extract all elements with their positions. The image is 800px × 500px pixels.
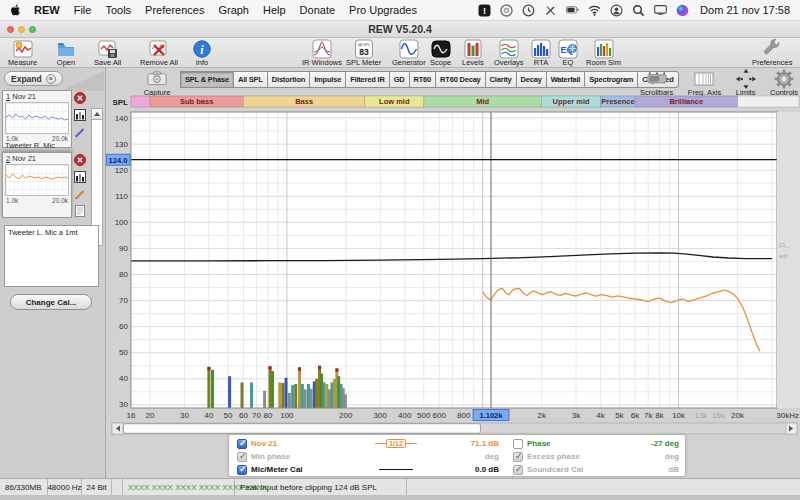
scrollbars-icon xyxy=(647,69,667,88)
svg-text:90: 90 xyxy=(119,244,128,253)
rta-button[interactable]: RTA xyxy=(531,39,551,67)
svg-text:3k: 3k xyxy=(572,411,581,420)
graph-tab[interactable]: Distortion xyxy=(267,71,310,88)
eq-icon: EQ xyxy=(558,39,578,58)
spl-phase-chart[interactable]: Sub bassBassLow midMidUpper midPresenceB… xyxy=(106,95,800,440)
room-sim-button[interactable]: Room Sim xyxy=(586,39,621,67)
measurement-card-1[interactable]: 1 Nov 21 1.0k20.0k xyxy=(2,90,72,148)
svg-text:13k: 13k xyxy=(694,411,708,420)
scroll-up-arrow[interactable] xyxy=(92,109,102,120)
wifi-icon[interactable] xyxy=(588,4,601,17)
preferences-button[interactable]: Preferences xyxy=(752,39,792,67)
graph-tab[interactable]: Impulse xyxy=(309,71,346,88)
limits-button[interactable]: Limits xyxy=(736,69,756,97)
room-sim-icon xyxy=(594,39,614,58)
legend-row: Nov 21 1/12 71.1 dB Phase -27 deg xyxy=(237,437,677,450)
capture-button[interactable]: Capture xyxy=(136,69,178,97)
measurement-card-2[interactable]: 2 Nov 21 1.0k20.0k xyxy=(2,152,72,218)
info-button[interactable]: i Info xyxy=(192,39,212,67)
display-icon[interactable] xyxy=(654,4,667,17)
graph-tab[interactable]: All SPL xyxy=(233,71,268,88)
pen-slash-icon[interactable] xyxy=(544,4,557,17)
siri-icon[interactable] xyxy=(676,4,689,17)
menu-item[interactable]: Preferences xyxy=(145,4,204,16)
chart-h-scrollbar[interactable] xyxy=(112,423,797,434)
alert-badge-icon[interactable]: ! xyxy=(478,4,491,17)
save-all-button[interactable]: Save All xyxy=(94,39,121,67)
min-phase-label: Min phase xyxy=(251,452,290,461)
graph-tab[interactable]: Filtered IR xyxy=(345,71,389,88)
remove-measurement-icon[interactable] xyxy=(74,92,86,104)
graph-tab[interactable]: RT60 Decay xyxy=(435,71,486,88)
generator-button[interactable]: Generator xyxy=(392,39,426,67)
swirl-icon[interactable] xyxy=(500,4,513,17)
graph-tab[interactable]: Clarity xyxy=(485,71,517,88)
notes-page-icon[interactable] xyxy=(74,205,86,217)
spl-meter-button[interactable]: dB SPL83 SPL Meter xyxy=(346,39,381,67)
remove-all-button[interactable]: Remove All xyxy=(140,39,178,67)
menu-item[interactable]: Tools xyxy=(105,4,131,16)
svg-text:!: ! xyxy=(483,5,486,15)
graph-tab[interactable]: GD xyxy=(389,71,410,88)
ir-windows-button[interactable]: IR Windows xyxy=(302,39,342,67)
svg-text:8k: 8k xyxy=(655,411,664,420)
spl-meter-icon: dB SPL83 xyxy=(354,39,374,58)
menu-item[interactable]: REW xyxy=(34,4,60,16)
graph-tab[interactable]: RT60 xyxy=(409,71,437,88)
min-phase-checkbox[interactable] xyxy=(237,452,247,462)
excess-phase-checkbox[interactable] xyxy=(513,452,523,462)
save-all-icon xyxy=(98,39,118,58)
graph-tab[interactable]: Waterfall xyxy=(546,71,586,88)
eq-button[interactable]: EQ EQ xyxy=(558,39,578,67)
levels-button[interactable]: Levels xyxy=(462,39,484,67)
menu-item[interactable]: Help xyxy=(263,4,286,16)
open-button[interactable]: Open xyxy=(56,39,76,67)
svg-text:60: 60 xyxy=(239,411,248,420)
menu-item[interactable]: Graph xyxy=(218,4,249,16)
menu-item[interactable]: Pro Upgrades xyxy=(349,4,417,16)
expand-button[interactable]: Expand xyxy=(4,71,63,86)
edit-pencil-icon[interactable] xyxy=(74,188,86,200)
rta-icon xyxy=(531,39,551,58)
search-icon[interactable] xyxy=(632,4,645,17)
clock-icon[interactable] xyxy=(522,4,535,17)
soundcard-cal-checkbox[interactable] xyxy=(513,465,523,475)
graph-tab[interactable]: Decay xyxy=(516,71,547,88)
battery-icon[interactable] xyxy=(566,4,579,17)
phase-checkbox[interactable] xyxy=(513,439,523,449)
menu-item[interactable]: File xyxy=(74,4,92,16)
graph-tab[interactable]: Spectrogram xyxy=(584,71,638,88)
edit-pencil-icon[interactable] xyxy=(74,126,86,138)
cal-line-symbol xyxy=(379,469,413,470)
mic-cal-label: Mic/Meter Cal xyxy=(251,465,303,474)
rew-window: REW V5.20.4 Measure Open Save All Remove… xyxy=(0,21,800,500)
remove-measurement-icon[interactable] xyxy=(74,154,86,166)
graph-buttons: Scrollbars Freq. Axis Limits Controls xyxy=(640,69,798,97)
account-icon[interactable] xyxy=(610,4,623,17)
scope-icon xyxy=(431,39,451,58)
svg-text:10k: 10k xyxy=(672,411,686,420)
scrollbars-button[interactable]: Scrollbars xyxy=(640,69,673,97)
freq-axis-button[interactable]: Freq. Axis xyxy=(688,69,721,97)
clipping-message: Peak input before clipping 124 dB SPL xyxy=(235,479,407,495)
info-icon: i xyxy=(192,39,212,58)
trace-checkbox[interactable] xyxy=(237,439,247,449)
freq-axis-icon xyxy=(694,69,714,88)
menu-item[interactable]: Donate xyxy=(300,4,335,16)
titlebar[interactable]: REW V5.20.4 xyxy=(0,21,800,38)
controls-button[interactable]: Controls xyxy=(770,69,798,97)
measure-button[interactable]: Measure xyxy=(8,39,37,67)
trace-options-icon[interactable] xyxy=(74,171,86,183)
legend-row: Mic/Meter Cal 0.0 dB Soundcard Cal dB xyxy=(237,463,677,476)
overlays-button[interactable]: Overlays xyxy=(494,39,524,67)
overlays-icon xyxy=(499,39,519,58)
scope-button[interactable]: Scope xyxy=(430,39,451,67)
change-cal-button[interactable]: Change Cal... xyxy=(10,294,92,310)
svg-text:110: 110 xyxy=(115,192,128,201)
svg-text:130: 130 xyxy=(115,140,129,149)
trace-options-icon[interactable] xyxy=(74,109,86,121)
apple-icon[interactable] xyxy=(10,3,22,17)
measurement-notes-field[interactable]: Tweeter L. Mic a 1mt xyxy=(4,225,99,287)
mic-cal-checkbox[interactable] xyxy=(237,465,247,475)
graph-tab[interactable]: SPL & Phase xyxy=(180,71,234,88)
